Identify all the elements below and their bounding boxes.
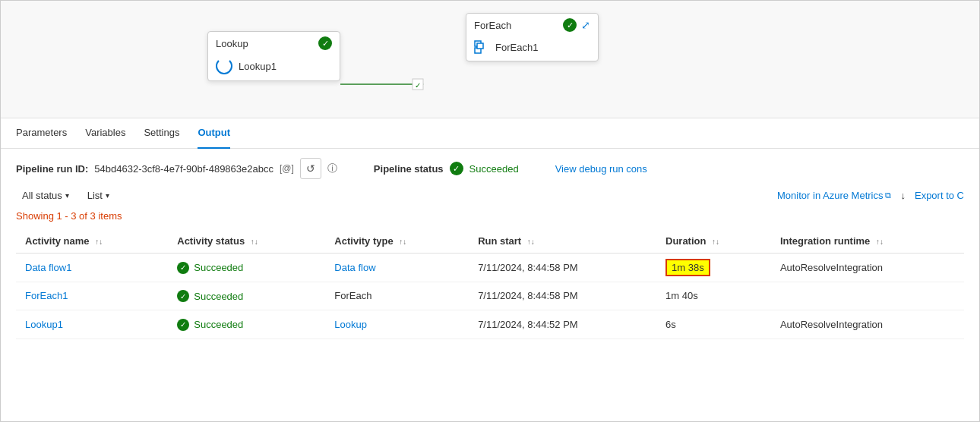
col-activity-status: Activity status ↑↓	[168, 229, 325, 254]
tabs-bar: Parameters Variables Settings Output	[1, 118, 979, 149]
lookup-node[interactable]: Lookup ✓ Lookup1	[207, 31, 340, 81]
filters-right: Monitor in Azure Metrics ⧉ ↓ Export to C	[777, 190, 964, 201]
cell-integration-runtime: AutoResolveIntegration	[771, 310, 964, 339]
activity-name-link[interactable]: Data flow1	[25, 262, 71, 273]
chevron-down-icon: ▾	[65, 191, 69, 200]
cell-integration-runtime	[771, 282, 964, 310]
external-link-icon: ⧉	[885, 191, 891, 200]
col-integration-runtime: Integration runtime ↑↓	[771, 229, 964, 254]
filters-left: All status ▾ List ▾	[16, 187, 115, 204]
cell-run-start: 7/11/2024, 8:44:58 PM	[469, 282, 656, 310]
filters-row: All status ▾ List ▾ Monitor in Azure Met…	[16, 187, 964, 204]
table-body: Data flow1✓SucceededData flow7/11/2024, …	[16, 254, 964, 339]
cell-activity-type: ForEach	[325, 282, 469, 310]
cell-run-start: 7/11/2024, 8:44:58 PM	[469, 254, 656, 282]
sort-icon-activity-status[interactable]: ↑↓	[251, 238, 258, 246]
cell-duration: 1m 38s	[656, 254, 771, 282]
refresh-icon: ↺	[306, 162, 315, 175]
status-badge: Succeeded	[194, 262, 243, 273]
activities-table: Activity name ↑↓ Activity status ↑↓ Acti…	[16, 229, 964, 339]
export-to-link[interactable]: Export to C	[915, 190, 964, 201]
connector-line: ✓	[340, 73, 469, 96]
cell-activity-status: ✓Succeeded	[168, 282, 325, 310]
list-dropdown[interactable]: List ▾	[81, 187, 115, 204]
col-activity-type: Activity type ↑↓	[325, 229, 469, 254]
activity-name-link[interactable]: ForEach1	[25, 290, 68, 301]
duration-highlighted: 1m 38s	[665, 259, 710, 276]
cell-duration: 6s	[656, 310, 771, 339]
sort-icon-duration[interactable]: ↑↓	[712, 238, 719, 246]
cell-run-start: 7/11/2024, 8:44:52 PM	[469, 310, 656, 339]
activity-type-link[interactable]: Data flow	[334, 262, 375, 273]
table-header-row: Activity name ↑↓ Activity status ↑↓ Acti…	[16, 229, 964, 254]
output-panel: Pipeline run ID: 54bd4632-3cf8-4e7f-90bf…	[1, 149, 979, 339]
status-check-icon: ✓Succeeded	[177, 319, 243, 331]
status-check-icon: ✓Succeeded	[177, 290, 243, 302]
download-icon: ↓	[900, 190, 906, 201]
cell-activity-name: ForEach1	[16, 282, 168, 310]
foreach-node-subtitle: ForEach1	[495, 42, 538, 53]
table-row: Lookup1✓SucceededLookup7/11/2024, 8:44:5…	[16, 310, 964, 339]
sort-icon-activity-type[interactable]: ↑↓	[399, 238, 406, 246]
refresh-button[interactable]: ↺	[300, 158, 321, 179]
tab-variables[interactable]: Variables	[85, 118, 125, 149]
lookup-spinner-icon	[216, 58, 232, 74]
sort-icon-run-start[interactable]: ↑↓	[527, 238, 535, 246]
lookup-node-subtitle: Lookup1	[239, 61, 277, 72]
info-icon[interactable]: ⓘ	[327, 162, 337, 175]
col-duration: Duration ↑↓	[656, 229, 771, 254]
cell-activity-name: Lookup1	[16, 310, 168, 339]
status-check-icon: ✓Succeeded	[177, 262, 243, 274]
status-badge: Succeeded	[194, 319, 243, 330]
lookup-status-icon: ✓	[318, 36, 332, 50]
monitor-azure-metrics-link[interactable]: Monitor in Azure Metrics ⧉	[777, 190, 891, 201]
foreach-status-icon: ✓	[563, 18, 577, 32]
foreach-type-icon	[474, 39, 489, 55]
cell-activity-status: ✓Succeeded	[168, 310, 325, 339]
sort-icon-integration-runtime[interactable]: ↑↓	[876, 238, 884, 246]
showing-items-text: Showing 1 - 3 of 3 items	[16, 210, 964, 222]
tab-settings[interactable]: Settings	[144, 118, 179, 149]
pipeline-run-id-value: 54bd4632-3cf8-4e7f-90bf-489863e2abcc	[94, 163, 273, 175]
cell-activity-type: Lookup	[325, 310, 469, 339]
col-activity-name: Activity name ↑↓	[16, 229, 168, 254]
cell-duration: 1m 40s	[656, 282, 771, 310]
view-debug-link[interactable]: View debug run cons	[555, 163, 647, 175]
foreach-node-title: ForEach	[474, 20, 511, 31]
foreach-expand-icon[interactable]: ⤢	[581, 19, 590, 31]
foreach-node[interactable]: ForEach ✓ ⤢ ForEach1	[466, 13, 599, 61]
sort-icon-activity-name[interactable]: ↑↓	[95, 238, 103, 246]
pipeline-status-section: Pipeline status ✓ Succeeded	[374, 162, 519, 175]
all-status-dropdown[interactable]: All status ▾	[16, 187, 75, 204]
cell-activity-type: Data flow	[325, 254, 469, 282]
status-badge: Succeeded	[194, 291, 243, 302]
activity-type-link[interactable]: Lookup	[334, 319, 367, 330]
pipeline-status-label: Pipeline status	[374, 163, 444, 175]
chevron-down-icon-2: ▾	[106, 191, 109, 200]
tab-output[interactable]: Output	[198, 118, 230, 149]
run-info-row: Pipeline run ID: 54bd4632-3cf8-4e7f-90bf…	[16, 158, 964, 179]
pipeline-status-value: Succeeded	[469, 163, 519, 175]
cell-activity-status: ✓Succeeded	[168, 254, 325, 282]
svg-text:✓: ✓	[415, 81, 421, 90]
cell-integration-runtime: AutoResolveIntegration	[771, 254, 964, 282]
activity-name-link[interactable]: Lookup1	[25, 319, 63, 330]
pipeline-status-check-icon: ✓	[450, 162, 463, 175]
tab-parameters[interactable]: Parameters	[16, 118, 67, 149]
pipeline-run-id-label: Pipeline run ID:	[16, 163, 88, 175]
lookup-node-title: Lookup	[216, 38, 248, 49]
cell-activity-name: Data flow1	[16, 254, 168, 282]
pipeline-canvas: Lookup ✓ Lookup1 ForEach ✓ ⤢ ForEach1	[1, 1, 979, 118]
table-row: Data flow1✓SucceededData flow7/11/2024, …	[16, 254, 964, 282]
table-row: ForEach1✓SucceededForEach7/11/2024, 8:44…	[16, 282, 964, 310]
copy-at-icon[interactable]: [@]	[280, 163, 294, 174]
col-run-start: Run start ↑↓	[469, 229, 656, 254]
svg-rect-2	[477, 43, 483, 49]
